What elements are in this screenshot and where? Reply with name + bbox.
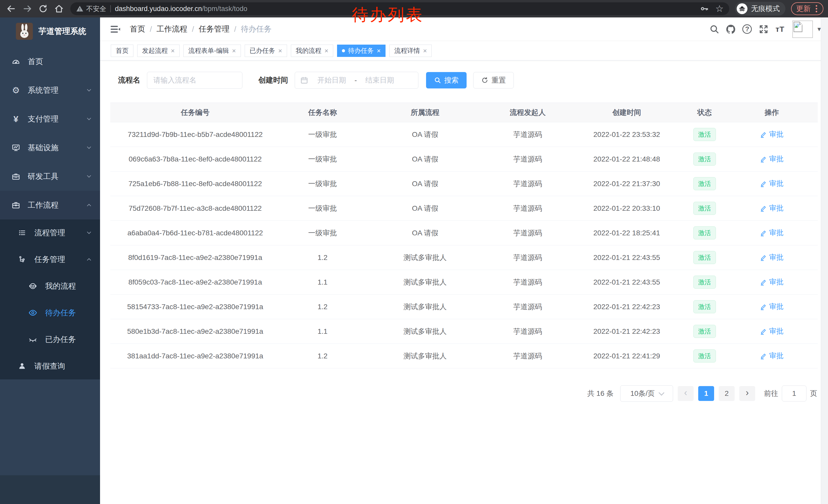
avatar[interactable] — [792, 20, 813, 38]
sidebar-item-process-management[interactable]: 流程管理 — [0, 220, 100, 246]
approve-link[interactable]: 审批 — [760, 253, 784, 262]
task-id-cell: 580e1b3d-7ac8-11ec-a9e2-a2380e71991a — [127, 327, 263, 335]
sidebar-collapse-icon[interactable] — [109, 22, 122, 36]
table-row: 069c6a63-7b8a-11ec-8ef0-acde48001122 一级审… — [110, 147, 818, 172]
search-button[interactable]: 搜索 — [426, 72, 466, 88]
tab-process-detail[interactable]: 流程详情 × — [389, 45, 432, 57]
tab-my-process[interactable]: 我的流程 × — [291, 45, 333, 57]
task-name-cell: 1.1 — [318, 278, 328, 286]
browser-update-button[interactable]: 更新 — [791, 2, 823, 15]
font-size-icon[interactable]: тT — [772, 21, 788, 37]
chevron-down-icon — [659, 390, 665, 396]
approve-link[interactable]: 审批 — [760, 351, 784, 361]
sidebar-item-payment[interactable]: ¥ 支付管理 — [0, 104, 100, 133]
breadcrumb-workflow[interactable]: 工作流程 — [157, 24, 187, 34]
tab-done-tasks[interactable]: 已办任务 × — [245, 45, 287, 57]
approve-label: 审批 — [769, 326, 784, 336]
approve-link[interactable]: 审批 — [760, 179, 784, 188]
task-process-cell: OA 请假 — [412, 155, 439, 163]
approve-link[interactable]: 审批 — [760, 228, 784, 238]
close-icon[interactable]: × — [232, 47, 236, 54]
task-id-cell: 069c6a63-7b8a-11ec-8ef0-acde48001122 — [128, 155, 262, 163]
task-id-cell: 8f059c03-7ac8-11ec-a9e2-a2380e71991a — [128, 278, 262, 286]
task-starter-cell: 芋道源码 — [513, 229, 542, 237]
close-icon[interactable]: × — [325, 47, 328, 54]
tab-form-edit[interactable]: 流程表单-编辑 × — [183, 45, 241, 57]
browser-reload-button[interactable] — [36, 2, 50, 15]
task-name-cell: 1.2 — [318, 303, 328, 311]
breadcrumb-home[interactable]: 首页 — [130, 24, 145, 34]
status-badge: 激活 — [693, 202, 716, 215]
browser-menu-icon[interactable] — [815, 5, 818, 12]
start-date-input[interactable] — [310, 76, 354, 84]
sidebar-item-label: 基础设施 — [28, 142, 86, 153]
close-icon[interactable]: × — [423, 47, 427, 54]
task-time-cell: 2022-01-22 21:37:30 — [593, 180, 660, 188]
sidebar-item-system[interactable]: ⚙ 系统管理 — [0, 76, 100, 104]
prev-page-button[interactable]: ‹ — [678, 386, 694, 401]
sidebar-item-my-process[interactable]: 我的流程 — [0, 273, 100, 300]
bookmark-star-icon[interactable]: ☆ — [715, 4, 723, 13]
approve-link[interactable]: 审批 — [760, 154, 784, 164]
browser-back-button[interactable] — [5, 2, 18, 15]
tab-start-process[interactable]: 发起流程 × — [137, 45, 179, 57]
password-key-icon[interactable] — [700, 4, 709, 13]
approve-link[interactable]: 审批 — [760, 326, 784, 336]
yen-icon: ¥ — [11, 114, 21, 123]
reset-button[interactable]: 重置 — [473, 72, 514, 88]
status-badge: 激活 — [693, 276, 716, 289]
approve-link[interactable]: 审批 — [760, 302, 784, 312]
process-name-input[interactable] — [147, 72, 242, 89]
sidebar-item-todo-tasks[interactable]: 待办任务 — [0, 300, 100, 326]
sidebar-item-home[interactable]: 首页 — [0, 47, 100, 76]
close-icon[interactable]: × — [171, 47, 175, 54]
approve-link[interactable]: 审批 — [760, 130, 784, 139]
edit-pencil-icon — [760, 204, 767, 212]
page-button-1[interactable]: 1 — [698, 386, 714, 401]
end-date-input[interactable] — [358, 76, 402, 84]
next-page-button[interactable]: › — [739, 386, 755, 401]
reset-refresh-icon — [481, 77, 488, 84]
update-label[interactable]: 更新 — [796, 4, 811, 13]
task-name-cell: 一级审批 — [308, 131, 337, 138]
breadcrumb-task-management[interactable]: 任务管理 — [199, 24, 230, 34]
sidebar-item-infrastructure[interactable]: 基础设施 — [0, 133, 100, 162]
approve-link[interactable]: 审批 — [760, 277, 784, 287]
tab-home[interactable]: 首页 — [111, 45, 133, 57]
address-bar[interactable]: 不安全 dashboard.yudao.iocoder.cn/bpm/task/… — [70, 2, 729, 15]
edit-pencil-icon — [760, 278, 767, 286]
col-task-id: 任务编号 — [110, 103, 280, 122]
tab-todo-tasks[interactable]: 待办任务 × — [337, 45, 385, 57]
table-row: 58154733-7ac8-11ec-a9e2-a2380e71991a 1.2… — [110, 294, 818, 319]
sidebar-item-dev-tools[interactable]: 研发工具 — [0, 162, 100, 191]
forward-arrow-icon — [23, 4, 32, 13]
close-icon[interactable]: × — [377, 47, 381, 54]
page-button-2[interactable]: 2 — [719, 386, 735, 401]
task-starter-cell: 芋道源码 — [513, 303, 542, 311]
approve-link[interactable]: 审批 — [760, 203, 784, 213]
github-icon[interactable] — [722, 21, 739, 37]
page-size-select[interactable]: 10条/页 — [620, 385, 673, 402]
sidebar-item-leave-query[interactable]: 请假查询 — [0, 353, 100, 379]
edit-pencil-icon — [760, 328, 767, 335]
help-icon[interactable]: ? — [739, 21, 755, 37]
sidebar-item-label: 研发工具 — [28, 171, 86, 182]
goto-page-input[interactable] — [782, 385, 806, 402]
browser-forward-button[interactable] — [20, 2, 34, 15]
app-logo-row[interactable]: 芋道管理系统 — [0, 17, 100, 45]
browser-home-button[interactable] — [52, 2, 66, 15]
close-icon[interactable]: × — [278, 47, 282, 54]
col-task-name: 任务名称 — [280, 103, 365, 122]
fullscreen-icon[interactable] — [755, 21, 772, 37]
sidebar-item-task-management[interactable]: 任务管理 — [0, 246, 100, 273]
task-id-cell: 725a1eb6-7b88-11ec-8ef0-acde48001122 — [128, 180, 262, 188]
sidebar-item-workflow[interactable]: 工作流程 — [0, 191, 100, 220]
page-scrollbar[interactable] — [821, 17, 828, 504]
table-row: 725a1eb6-7b88-11ec-8ef0-acde48001122 一级审… — [110, 172, 818, 196]
date-range-picker[interactable]: - — [295, 72, 418, 89]
sidebar-item-label: 首页 — [28, 56, 92, 67]
avatar-caret-icon[interactable]: ▾ — [818, 25, 821, 33]
sidebar-item-done-tasks[interactable]: 已办任务 — [0, 326, 100, 353]
security-label[interactable]: 不安全 — [86, 4, 106, 13]
search-icon[interactable] — [706, 21, 722, 37]
